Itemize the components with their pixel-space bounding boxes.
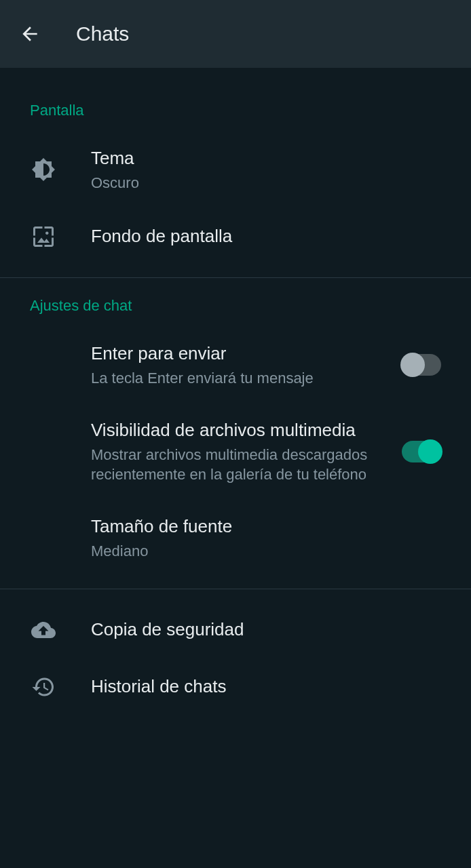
back-icon[interactable] xyxy=(16,20,43,47)
toggle-media-visibility[interactable] xyxy=(402,441,441,462)
setting-subtitle: Mostrar archivos multimedia descargados … xyxy=(91,445,384,485)
section-header-display: Pantalla xyxy=(0,95,471,132)
setting-subtitle: La tecla Enter enviará tu mensaje xyxy=(91,368,384,389)
setting-subtitle: Mediano xyxy=(91,541,441,561)
setting-wallpaper[interactable]: Fondo de pantalla xyxy=(0,208,471,265)
setting-title: Enter para enviar xyxy=(91,342,384,366)
setting-media-visibility[interactable]: Visibilidad de archivos multimedia Mostr… xyxy=(61,403,471,500)
section-header-chat-settings: Ajustes de chat xyxy=(0,290,471,327)
setting-title: Historial de chats xyxy=(91,675,441,698)
brightness-icon xyxy=(30,156,57,183)
wallpaper-icon xyxy=(30,223,57,250)
setting-enter-to-send[interactable]: Enter para enviar La tecla Enter enviará… xyxy=(61,327,471,403)
divider xyxy=(0,589,471,589)
setting-theme[interactable]: Tema Oscuro xyxy=(0,132,471,208)
cloud-upload-icon xyxy=(30,616,57,644)
setting-title: Tamaño de fuente xyxy=(91,515,441,538)
setting-subtitle: Oscuro xyxy=(91,173,441,193)
history-icon xyxy=(30,673,57,701)
toggle-enter-to-send[interactable] xyxy=(402,354,441,376)
setting-title: Copia de seguridad xyxy=(91,618,441,642)
setting-font-size[interactable]: Tamaño de fuente Mediano xyxy=(61,500,471,576)
header: Chats xyxy=(0,0,471,68)
page-title: Chats xyxy=(76,22,129,45)
setting-title: Visibilidad de archivos multimedia xyxy=(91,418,384,442)
setting-backup[interactable]: Copia de seguridad xyxy=(0,601,471,658)
setting-history[interactable]: Historial de chats xyxy=(0,658,471,715)
divider xyxy=(0,277,471,278)
content: Pantalla Tema Oscuro Fondo de pantalla A… xyxy=(0,68,471,715)
setting-title: Fondo de pantalla xyxy=(91,224,441,248)
setting-title: Tema xyxy=(91,146,441,170)
